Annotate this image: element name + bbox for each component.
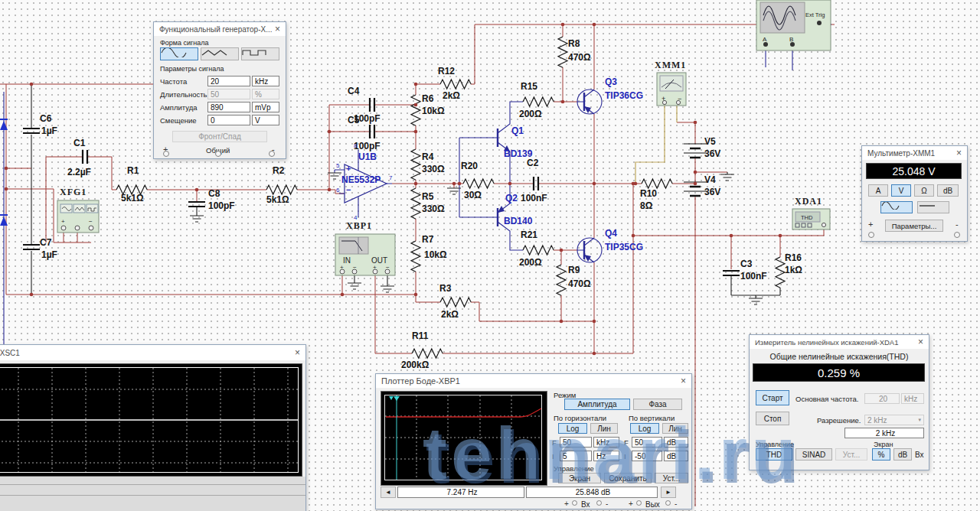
xmm-plus-terminal[interactable] — [868, 232, 874, 238]
component-label: V5 — [704, 136, 716, 147]
xda-sinad-button[interactable]: SINAD — [795, 448, 832, 461]
bode-vi-field[interactable]: -50 — [632, 451, 662, 461]
component-label: 100nF — [521, 193, 547, 203]
fg-duty-field: 50 — [207, 89, 250, 99]
bode-phase-button[interactable]: Фаза — [633, 399, 682, 410]
bode-hi-field[interactable]: 5 — [560, 451, 592, 461]
xda-res-dropdown[interactable]: 2 kHz ▾ — [864, 415, 924, 425]
oscilloscope-icon[interactable]: Ext Trig A B — [756, 0, 831, 50]
xsc-title: Осциллограф-XSC1 — [0, 349, 20, 357]
component-label: R16 — [785, 252, 802, 263]
bode-amplitude-button[interactable]: Амплитуда — [564, 399, 630, 410]
bode-vlin-button[interactable]: Лин — [662, 423, 688, 434]
component-label: BD140 — [504, 216, 532, 226]
fg-title: Функциональный генератор-X... — [159, 25, 272, 34]
bode-hf-field[interactable]: 50 — [560, 437, 592, 448]
fg-titlebar[interactable]: Функциональный генератор-X... × — [154, 22, 286, 36]
component-label: 1kΩ — [785, 265, 802, 275]
bode-in-minus-terminal[interactable] — [596, 500, 602, 506]
bode-hlin-button[interactable]: Лин — [590, 423, 618, 434]
component-label: XBP1 — [346, 220, 372, 232]
bode-hlog-button[interactable]: Log — [558, 423, 587, 434]
component-label: R7 — [422, 234, 433, 245]
bode-titlebar[interactable]: Плоттер Боде-XBP1 × — [376, 374, 691, 388]
xmm-titlebar[interactable]: Мультиметр-XMM1 × — [862, 146, 967, 160]
bode-left-arrow-button[interactable]: ◄ — [381, 487, 396, 498]
bode-title: Плоттер Боде-XBP1 — [381, 376, 460, 386]
close-icon[interactable]: × — [918, 337, 923, 347]
bode-out-plus-terminal[interactable] — [636, 500, 642, 506]
square-wave-button[interactable] — [241, 47, 279, 60]
component-label: NE5532P — [341, 174, 381, 185]
triangle-wave-button[interactable] — [201, 47, 239, 60]
xmm-volt-button[interactable]: V — [891, 184, 911, 197]
xda-titlebar[interactable]: Измеритель нелинейных искажений-XDA1 × — [750, 335, 929, 349]
chevron-down-icon: ▾ — [918, 417, 921, 423]
distortion-analyzer-window[interactable]: Измеритель нелинейных искажений-XDA1 × О… — [749, 334, 929, 470]
sine-wave-button[interactable] — [160, 47, 198, 60]
xmm-ohm-button[interactable]: Ω — [914, 184, 934, 197]
xda-thd-button[interactable]: THD — [756, 448, 792, 461]
fg-edge-button: Фронт/Спад — [172, 131, 267, 142]
xmm-db-button[interactable]: dB — [937, 184, 959, 197]
component-label: 6 — [336, 187, 339, 194]
fg-offset-unit[interactable]: V — [252, 115, 279, 125]
bode-vf-field[interactable]: 50 — [632, 437, 662, 448]
xfg1-icon[interactable]: + − — [57, 200, 99, 233]
close-icon[interactable]: × — [295, 348, 300, 357]
component-label: XFG1 — [60, 187, 87, 198]
bode-plotter-window[interactable]: Плоттер Боде-XBP1 × Режим Амплитуда Фаза… — [375, 373, 692, 509]
fg-amplitude-field[interactable]: 890 — [207, 102, 250, 112]
bode-in-label: Вх — [581, 500, 590, 509]
xmm-dc-button[interactable] — [917, 201, 949, 213]
ac-icon — [881, 202, 900, 210]
bode-right-arrow-button[interactable]: ► — [661, 487, 676, 498]
fg-minus-terminal[interactable] — [269, 151, 275, 157]
fg-offset-field[interactable]: 0 — [207, 115, 250, 125]
xmm-ac-button[interactable] — [880, 201, 913, 213]
xbp1-icon[interactable]: IN OUT + − + − — [335, 234, 395, 275]
fg-plus-terminal[interactable] — [163, 151, 169, 157]
multimeter-window[interactable]: Мультиметр-XMM1 × 25.048 V A V Ω dB + Па… — [861, 145, 968, 242]
bode-vf-unit[interactable]: dB — [664, 437, 688, 448]
component-label: R2 — [273, 165, 284, 176]
bode-vi-unit[interactable]: dB — [664, 451, 688, 461]
xmm-ampere-button[interactable]: A — [868, 184, 888, 197]
xda-percent-button[interactable]: % — [872, 448, 890, 461]
bode-hi-unit[interactable]: Hz — [593, 451, 619, 461]
component-label: 2kΩ — [441, 309, 459, 320]
dc-icon — [918, 202, 936, 210]
close-icon[interactable]: × — [956, 148, 962, 158]
fg-amplitude-unit[interactable]: mVp — [252, 102, 279, 112]
bode-vf-label: F — [624, 438, 629, 447]
xmm1-icon[interactable]: + − — [657, 73, 686, 106]
function-generator-window[interactable]: Функциональный генератор-X... × Форма си… — [153, 21, 286, 159]
bode-out-label: Вых — [645, 500, 660, 509]
xda-stop-button[interactable]: Стоп — [756, 412, 789, 425]
bode-in-plus-terminal[interactable] — [572, 500, 577, 506]
xmm-params-button[interactable]: Параметры... — [885, 220, 943, 232]
bode-save-button[interactable]: Сохранить — [604, 473, 652, 483]
bode-hf-unit[interactable]: kHz — [593, 437, 619, 448]
close-icon[interactable]: × — [275, 24, 280, 34]
component-label: R1 — [127, 165, 139, 176]
xsc-titlebar[interactable]: Осциллограф-XSC1 × — [0, 345, 305, 360]
close-icon[interactable]: × — [681, 376, 686, 386]
bode-out-minus-terminal[interactable] — [665, 500, 671, 506]
xda-in-label: Вх — [915, 451, 924, 459]
xda-db-button[interactable]: dB — [893, 448, 912, 461]
xmm-minus-terminal[interactable] — [954, 232, 960, 238]
xda-res-option[interactable]: 2 kHz — [844, 428, 924, 438]
svg-text:IN: IN — [343, 256, 351, 265]
xda1-icon[interactable]: THD — [792, 209, 830, 229]
fg-common-terminal[interactable] — [215, 151, 221, 157]
bode-vlog-button[interactable]: Log — [630, 423, 659, 434]
bode-screen-button[interactable]: Экран — [558, 473, 601, 483]
component-label: R8 — [568, 38, 580, 49]
fg-amplitude-label: Амплитуда — [160, 103, 198, 112]
fg-frequency-field[interactable]: 20 — [207, 76, 250, 86]
xda-start-button[interactable]: Старт — [756, 390, 789, 405]
oscilloscope-window[interactable]: Осциллограф-XSC1 × — [0, 344, 306, 511]
fg-frequency-unit[interactable]: kHz — [252, 76, 279, 86]
bode-set-button[interactable]: Уст... — [655, 473, 688, 483]
